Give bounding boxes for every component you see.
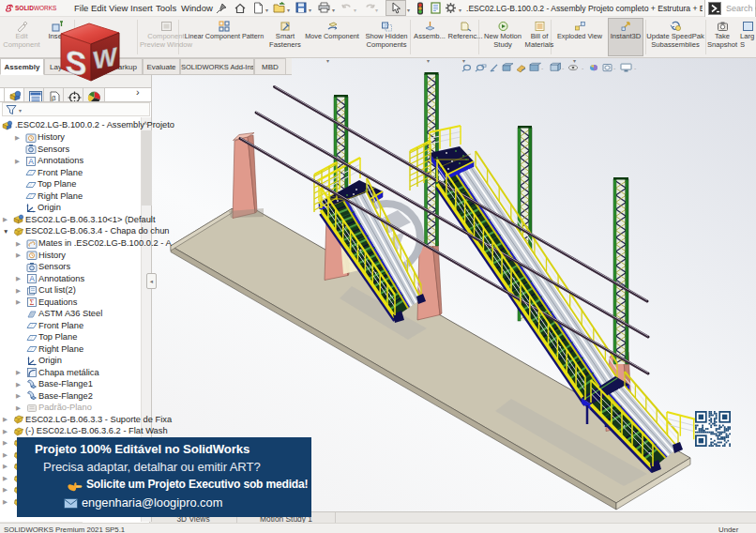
svg-text:SOLIDWORKS: SOLIDWORKS [15,5,57,11]
svg-text:Σ: Σ [29,297,34,307]
svg-text:A: A [28,157,34,166]
svg-text:-: - [562,66,564,71]
svg-text:S: S [66,43,87,82]
svg-text:A: A [29,274,35,283]
svg-text:-: - [541,66,543,71]
svg-text:-: - [582,66,583,71]
svg-text:W: W [93,41,117,75]
svg-text:-: - [634,66,636,71]
svg-text:-: - [613,66,615,71]
